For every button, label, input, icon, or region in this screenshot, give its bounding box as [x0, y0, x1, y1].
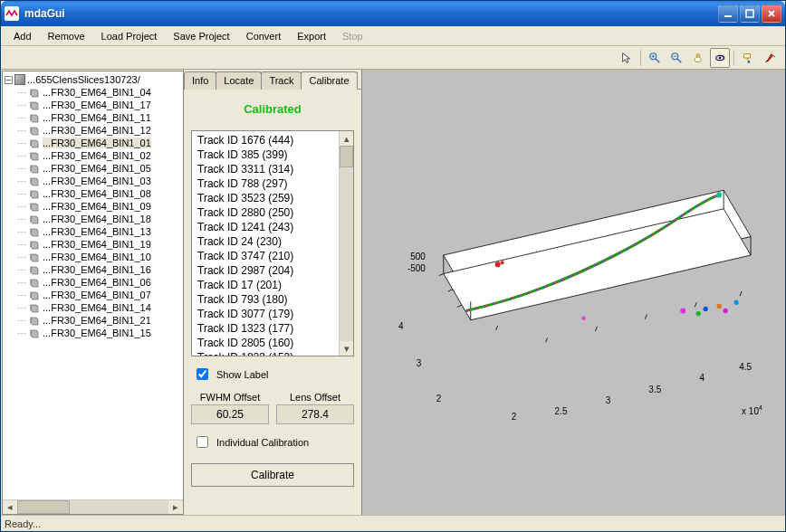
- tree-branch-icon: ⋯: [17, 227, 24, 237]
- brush-icon[interactable]: [760, 48, 780, 68]
- tab-calibrate[interactable]: Calibrate: [301, 71, 357, 90]
- plot-x-tick: 3: [606, 395, 611, 405]
- track-list-item[interactable]: Track ID 2880 (250): [192, 205, 339, 220]
- tree-item[interactable]: ⋯...FR30_EM64_BIN1_14: [17, 301, 183, 314]
- track-list[interactable]: Track ID 1676 (444)Track ID 385 (399)Tra…: [191, 130, 354, 356]
- menu-remove[interactable]: Remove: [41, 29, 92, 43]
- track-list-item[interactable]: Track ID 1323 (177): [192, 321, 339, 336]
- track-list-item[interactable]: Track ID 793 (180): [192, 292, 339, 307]
- track-list-item[interactable]: Track ID 788 (297): [192, 176, 339, 191]
- tree-branch-icon: ⋯: [17, 252, 24, 262]
- tree-item[interactable]: ⋯...FR30_EM64_BIN1_19: [17, 238, 183, 251]
- dataset-icon: [28, 201, 39, 212]
- plot-x-tick: 4: [699, 373, 705, 383]
- tree-item[interactable]: ⋯...FR30_EM64_BIN1_16: [17, 263, 183, 276]
- svg-rect-2: [746, 10, 753, 17]
- individual-calibration-input[interactable]: [196, 436, 208, 448]
- tab-track[interactable]: Track: [261, 71, 302, 90]
- svg-marker-42: [31, 229, 38, 236]
- calibrate-button[interactable]: Calibrate: [191, 463, 354, 487]
- pan-icon[interactable]: [688, 48, 708, 68]
- track-vertical-scrollbar[interactable]: ▴ ▾: [339, 131, 353, 356]
- tree-item[interactable]: ⋯...FR30_EM64_BIN1_01: [17, 137, 183, 149]
- tree-item-label: ...FR30_EM64_BIN1_10: [43, 252, 151, 262]
- track-list-item[interactable]: Track ID 3311 (314): [192, 162, 339, 176]
- tree-item[interactable]: ⋯...FR30_EM64_BIN1_11: [17, 111, 183, 124]
- scrollbar-track[interactable]: [17, 500, 168, 514]
- dataset-icon: [28, 188, 39, 199]
- rotate3d-icon[interactable]: [710, 48, 730, 68]
- track-list-item[interactable]: Track ID 3747 (210): [192, 249, 339, 263]
- track-list-item[interactable]: Track ID 1241 (243): [192, 220, 339, 234]
- tree-branch-icon: ⋯: [17, 176, 24, 186]
- tree-item[interactable]: ⋯...FR30_EM64_BIN1_05: [17, 162, 183, 175]
- tree-item[interactable]: ⋯...FR30_EM64_BIN1_03: [17, 175, 183, 187]
- track-list-item[interactable]: Track ID 2805 (160): [192, 336, 339, 350]
- tab-info[interactable]: Info: [184, 71, 216, 90]
- menu-export[interactable]: Export: [290, 29, 333, 43]
- svg-marker-21: [31, 140, 38, 147]
- lens-offset-field[interactable]: 278.4: [276, 404, 354, 424]
- tree-item[interactable]: ⋯...FR30_EM64_BIN1_08: [17, 187, 183, 200]
- tree-branch-icon: ⋯: [17, 100, 24, 110]
- tree-item[interactable]: ⋯...FR30_EM64_BIN1_07: [17, 289, 183, 301]
- pointer-tool-icon[interactable]: [617, 48, 637, 68]
- scroll-up-icon[interactable]: ▴: [340, 131, 353, 146]
- project-tree[interactable]: – ...655ClensSlices130723/ ⋯...FR30_EM64…: [3, 71, 183, 499]
- track-list-item[interactable]: Track ID 17 (201): [192, 278, 339, 292]
- individual-calibration-checkbox[interactable]: Individual Calibration: [191, 430, 354, 454]
- tree-branch-icon: ⋯: [17, 328, 24, 338]
- tree-item[interactable]: ⋯...FR30_EM64_BIN1_12: [17, 124, 183, 137]
- dataset-icon: [28, 328, 39, 338]
- scrollbar-thumb[interactable]: [17, 500, 70, 514]
- scrollbar-thumb[interactable]: [340, 146, 353, 167]
- scroll-right-icon[interactable]: ▸: [168, 500, 183, 514]
- show-label-input[interactable]: [196, 368, 208, 380]
- track-list-item[interactable]: Track ID 385 (399): [192, 147, 339, 162]
- zoom-in-icon[interactable]: [645, 48, 665, 68]
- track-list-item[interactable]: Track ID 1823 (153): [192, 350, 339, 356]
- maximize-button[interactable]: [740, 5, 760, 23]
- tree-item[interactable]: ⋯...FR30_EM64_BIN1_06: [17, 276, 183, 289]
- menu-load-project[interactable]: Load Project: [94, 29, 165, 43]
- track-list-item[interactable]: Track ID 1676 (444): [192, 133, 339, 147]
- titlebar[interactable]: mdaGui: [1, 1, 785, 26]
- scrollbar-track[interactable]: [340, 146, 353, 341]
- tree-item[interactable]: ⋯...FR30_EM64_BIN1_10: [17, 251, 183, 263]
- track-list-item[interactable]: Track ID 2987 (204): [192, 263, 339, 278]
- tree-item[interactable]: ⋯...FR30_EM64_BIN1_15: [17, 327, 183, 339]
- plot-3d[interactable]: 500 -500 2 3 4 2 2.5 3 3.5 4 4.5 x 104: [362, 70, 785, 515]
- menu-add[interactable]: Add: [6, 29, 39, 43]
- close-button[interactable]: [762, 5, 781, 23]
- tree-item[interactable]: ⋯...FR30_EM64_BIN1_17: [17, 99, 183, 111]
- show-label-checkbox[interactable]: Show Label: [191, 362, 354, 386]
- scroll-down-icon[interactable]: ▾: [340, 341, 353, 356]
- datatip-icon[interactable]: [738, 48, 758, 68]
- dataset-icon: [28, 87, 39, 98]
- folder-icon: [14, 74, 25, 85]
- tree-item[interactable]: ⋯...FR30_EM64_BIN1_09: [17, 200, 183, 213]
- tree-item[interactable]: ⋯...FR30_EM64_BIN1_18: [17, 213, 183, 225]
- tree-horizontal-scrollbar[interactable]: ◂ ▸: [3, 499, 183, 514]
- tree-item[interactable]: ⋯...FR30_EM64_BIN1_04: [17, 86, 183, 99]
- menubar: Add Remove Load Project Save Project Con…: [1, 26, 785, 46]
- tab-locate[interactable]: Locate: [216, 71, 262, 90]
- tree-item-label: ...FR30_EM64_BIN1_03: [43, 176, 151, 186]
- minimize-button[interactable]: [718, 5, 738, 23]
- tree-item-label: ...FR30_EM64_BIN1_16: [43, 264, 151, 275]
- zoom-out-icon[interactable]: [666, 48, 686, 68]
- menu-convert[interactable]: Convert: [239, 29, 289, 43]
- track-list-item[interactable]: Track ID 3077 (179): [192, 307, 339, 321]
- tree-root[interactable]: – ...655ClensSlices130723/: [5, 73, 183, 86]
- scroll-left-icon[interactable]: ◂: [3, 500, 17, 514]
- tree-item[interactable]: ⋯...FR30_EM64_BIN1_13: [17, 225, 183, 238]
- tree-item[interactable]: ⋯...FR30_EM64_BIN1_02: [17, 149, 183, 162]
- menu-save-project[interactable]: Save Project: [166, 29, 236, 43]
- plot-3d-canvas[interactable]: 500 -500 2 3 4 2 2.5 3 3.5 4 4.5 x 104: [362, 70, 785, 515]
- tree-collapse-icon[interactable]: –: [5, 76, 13, 84]
- tree-item[interactable]: ⋯...FR30_EM64_BIN1_21: [17, 314, 183, 327]
- fwhm-offset-field[interactable]: 60.25: [191, 404, 269, 424]
- svg-line-79: [546, 337, 548, 342]
- track-list-item[interactable]: Track ID 24 (230): [192, 234, 339, 249]
- track-list-item[interactable]: Track ID 3523 (259): [192, 191, 339, 205]
